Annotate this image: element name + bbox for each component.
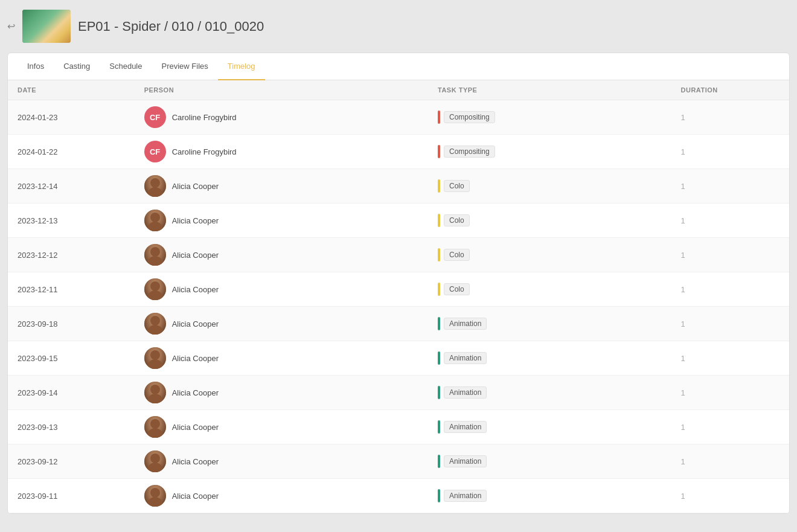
duration-cell: 1 xyxy=(671,410,789,444)
table-row: 2023-09-18Alicia CooperAnimation1 xyxy=(8,307,789,341)
task-type-cell: Compositing xyxy=(428,135,671,169)
task-color-bar xyxy=(438,145,440,158)
person-name: Alicia Cooper xyxy=(172,388,219,397)
avatar xyxy=(144,485,166,507)
tab-infos[interactable]: Infos xyxy=(18,53,54,80)
task-type-cell: Animation xyxy=(428,307,671,341)
table-row: 2023-12-11Alicia CooperColo1 xyxy=(8,272,789,307)
avatar xyxy=(144,450,166,472)
task-type-cell: Animation xyxy=(428,341,671,376)
duration-cell: 1 xyxy=(671,376,789,410)
duration-cell: 1 xyxy=(671,272,789,307)
task-type-badge: Animation xyxy=(444,455,487,467)
date-cell: 2023-12-11 xyxy=(8,272,135,307)
task-type-cell: Animation xyxy=(428,376,671,410)
avatar xyxy=(144,416,166,438)
tab-timelog[interactable]: Timelog xyxy=(218,53,265,80)
task-color-bar xyxy=(438,386,440,399)
task-type-badge: Colo xyxy=(444,214,470,226)
task-type-badge: Colo xyxy=(444,180,470,192)
avatar xyxy=(144,175,166,197)
person-cell: CFCaroline Frogybird xyxy=(135,135,428,169)
duration-cell: 1 xyxy=(671,169,789,204)
person-cell: Alicia Cooper xyxy=(135,307,428,341)
task-color-bar xyxy=(438,420,440,434)
task-type-cell: Animation xyxy=(428,410,671,444)
col-header-date: DATE xyxy=(8,80,135,100)
date-cell: 2023-12-13 xyxy=(8,204,135,238)
col-header-task-type: TASK TYPE xyxy=(428,80,671,100)
task-type-cell: Colo xyxy=(428,238,671,272)
duration-cell: 1 xyxy=(671,204,789,238)
task-color-bar xyxy=(438,455,440,468)
tab-preview-files[interactable]: Preview Files xyxy=(152,53,217,80)
person-name: Caroline Frogybird xyxy=(172,147,237,156)
person-name: Alicia Cooper xyxy=(172,285,219,294)
task-color-bar xyxy=(438,248,440,261)
page-title: EP01 - Spider / 010 / 010_0020 xyxy=(78,19,264,34)
col-header-duration: DURATION xyxy=(671,80,789,100)
tab-schedule[interactable]: Schedule xyxy=(100,53,152,80)
avatar xyxy=(144,244,166,266)
duration-cell: 1 xyxy=(671,479,789,513)
shot-thumbnail xyxy=(22,10,71,43)
back-button[interactable]: ↩ xyxy=(7,21,15,32)
person-cell: Alicia Cooper xyxy=(135,410,428,444)
col-header-person: PERSON xyxy=(135,80,428,100)
date-cell: 2024-01-23 xyxy=(8,100,135,135)
duration-cell: 1 xyxy=(671,444,789,479)
duration-cell: 1 xyxy=(671,238,789,272)
task-type-badge: Compositing xyxy=(444,111,495,123)
task-color-bar xyxy=(438,179,440,193)
task-type-badge: Compositing xyxy=(444,146,495,158)
person-name: Alicia Cooper xyxy=(172,457,219,466)
avatar xyxy=(144,210,166,231)
person-name: Caroline Frogybird xyxy=(172,113,237,122)
task-type-cell: Animation xyxy=(428,444,671,479)
task-color-bar xyxy=(438,317,440,330)
person-name: Alicia Cooper xyxy=(172,251,219,260)
date-cell: 2023-09-18 xyxy=(8,307,135,341)
duration-cell: 1 xyxy=(671,307,789,341)
table-row: 2024-01-22CFCaroline FrogybirdCompositin… xyxy=(8,135,789,169)
table-row: 2023-09-15Alicia CooperAnimation1 xyxy=(8,341,789,376)
person-cell: Alicia Cooper xyxy=(135,444,428,479)
task-type-badge: Animation xyxy=(444,386,487,399)
task-type-badge: Animation xyxy=(444,421,487,433)
date-cell: 2023-12-12 xyxy=(8,238,135,272)
person-cell: Alicia Cooper xyxy=(135,272,428,307)
person-name: Alicia Cooper xyxy=(172,216,219,225)
task-color-bar xyxy=(438,214,440,227)
task-type-cell: Compositing xyxy=(428,100,671,135)
table-header-row: DATE PERSON TASK TYPE DURATION xyxy=(8,80,789,100)
duration-cell: 1 xyxy=(671,135,789,169)
table-row: 2023-12-14Alicia CooperColo1 xyxy=(8,169,789,204)
date-cell: 2023-09-11 xyxy=(8,479,135,513)
main-card: Infos Casting Schedule Preview Files Tim… xyxy=(7,53,790,514)
person-cell: Alicia Cooper xyxy=(135,341,428,376)
avatar xyxy=(144,382,166,403)
person-name: Alicia Cooper xyxy=(172,319,219,328)
date-cell: 2023-09-13 xyxy=(8,410,135,444)
tab-casting[interactable]: Casting xyxy=(54,53,100,80)
duration-cell: 1 xyxy=(671,341,789,376)
task-type-badge: Animation xyxy=(444,318,487,330)
timelog-table: DATE PERSON TASK TYPE DURATION 2024-01-2… xyxy=(8,80,789,513)
date-cell: 2024-01-22 xyxy=(8,135,135,169)
person-cell: Alicia Cooper xyxy=(135,479,428,513)
person-cell: CFCaroline Frogybird xyxy=(135,100,428,135)
person-cell: Alicia Cooper xyxy=(135,204,428,238)
header-bar: ↩ EP01 - Spider / 010 / 010_0020 xyxy=(7,7,790,45)
task-color-bar xyxy=(438,111,440,124)
table-row: 2023-09-12Alicia CooperAnimation1 xyxy=(8,444,789,479)
timelog-table-container[interactable]: DATE PERSON TASK TYPE DURATION 2024-01-2… xyxy=(8,80,789,513)
task-type-badge: Animation xyxy=(444,490,487,502)
task-color-bar xyxy=(438,351,440,365)
task-type-cell: Animation xyxy=(428,479,671,513)
tabs-bar: Infos Casting Schedule Preview Files Tim… xyxy=(8,53,789,80)
person-name: Alicia Cooper xyxy=(172,182,219,191)
task-color-bar xyxy=(438,283,440,296)
task-type-cell: Colo xyxy=(428,204,671,238)
person-name: Alicia Cooper xyxy=(172,423,219,432)
table-row: 2024-01-23CFCaroline FrogybirdCompositin… xyxy=(8,100,789,135)
